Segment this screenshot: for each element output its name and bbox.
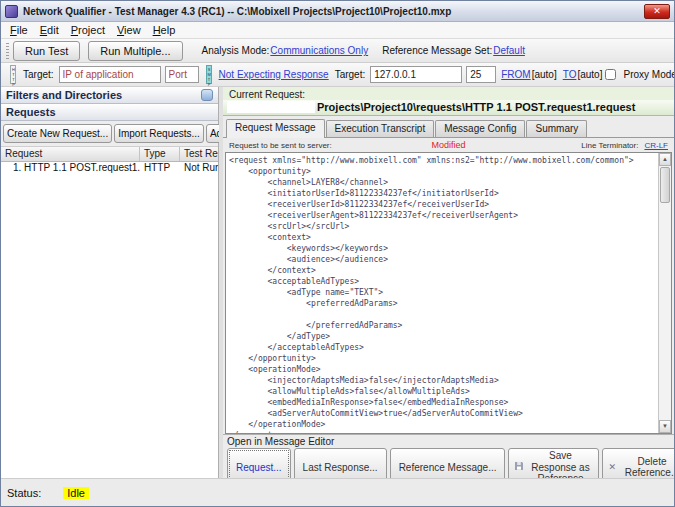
smtp-protocol-badge: SMTP (206, 65, 212, 84)
modified-status: Modified (431, 140, 465, 150)
current-request-panel: Current Request: Projects\Project10\requ… (223, 87, 674, 478)
smtp-port-input[interactable] (466, 66, 496, 83)
column-test-result[interactable]: Test Re... (180, 147, 218, 161)
save-icon (514, 461, 524, 473)
smtp-target-label: Target: (335, 69, 366, 80)
title-bar: Network Qualifier - Test Manager 4.3 (RC… (1, 1, 674, 22)
redacted-patch (227, 101, 315, 113)
proxy-mode-label: Proxy Mode (623, 69, 675, 80)
not-expecting-response-link[interactable]: Not Expecting Response (219, 69, 329, 80)
http-protocol-badge: HTTP (10, 65, 16, 84)
menu-bar: File Edit Project View Help (1, 22, 674, 39)
tab-request-message[interactable]: Request Message (226, 119, 325, 138)
target-toolbar: HTTP Target: SMTP Not Expecting Response… (1, 63, 674, 87)
app-window: Network Qualifier - Test Manager 4.3 (RC… (0, 0, 675, 507)
open-in-message-editor-title: Open in Message Editor (227, 436, 670, 447)
analysis-mode-link[interactable]: Communications Only (270, 45, 368, 56)
open-in-message-editor-panel: Open in Message Editor Request... Last R… (223, 434, 674, 478)
requests-header: Requests (1, 104, 218, 121)
request-xml-textarea[interactable]: <request xmlns="http://www.mobixell.com"… (226, 153, 658, 433)
status-bar: Status: Idle (1, 478, 674, 506)
filters-directories-header: Filters and Directories (1, 87, 218, 104)
status-value: Idle (63, 487, 89, 499)
http-target-label: Target: (23, 69, 54, 80)
request-name-cell: 1. HTTP 1.1 POST.request1.request (1, 162, 140, 176)
from-link[interactable]: FROM (501, 69, 530, 80)
menu-help[interactable]: Help (147, 23, 182, 37)
tab-summary[interactable]: Summary (526, 120, 587, 137)
scroll-down-icon[interactable]: ▼ (659, 420, 671, 433)
current-request-label: Current Request: (223, 87, 674, 100)
proxy-mode-checkbox[interactable] (605, 69, 616, 80)
to-auto-label: [auto] (577, 69, 602, 80)
request-subheader: Request to be sent to server: Modified L… (223, 138, 674, 151)
menu-file[interactable]: File (4, 23, 34, 37)
menu-project[interactable]: Project (65, 23, 111, 37)
create-new-request-button[interactable]: Create New Request... (3, 124, 112, 143)
requests-table-body: 1. HTTP 1.1 POST.request1.request HTTP N… (1, 162, 218, 478)
analysis-mode-label: Analysis Mode: (202, 45, 270, 56)
current-request-path-bar: Projects\Project10\requests\HTTP 1.1 POS… (223, 100, 674, 116)
filters-directories-title: Filters and Directories (6, 89, 122, 101)
tab-execution-transcript[interactable]: Execution Transcript (326, 120, 435, 137)
toolbar-grip[interactable] (6, 43, 9, 59)
import-requests-button[interactable]: Import Requests... (114, 124, 204, 143)
panel-collapse-icon[interactable] (201, 89, 213, 101)
reference-set-link[interactable]: Default (493, 45, 525, 56)
requests-table-header: Request Type Test Re... (1, 147, 218, 162)
close-icon[interactable]: ✕ (644, 4, 670, 19)
app-icon (5, 5, 18, 18)
tab-message-config[interactable]: Message Config (435, 120, 525, 137)
column-type[interactable]: Type (140, 147, 180, 161)
filters-directories-panel: Filters and Directories Requests Create … (1, 87, 219, 478)
main-toolbar: Run Test Run Multiple... Analysis Mode: … (1, 39, 674, 63)
menu-view[interactable]: View (111, 23, 147, 37)
reference-set-label: Reference Message Set: (382, 45, 492, 56)
delete-icon: ✕ (608, 462, 616, 472)
requests-title: Requests (6, 106, 56, 118)
editor-scrollbar[interactable]: ▲ ▼ (658, 153, 671, 433)
current-request-path: Projects\Project10\requests\HTTP 1.1 POS… (317, 101, 635, 113)
run-test-button[interactable]: Run Test (13, 41, 80, 61)
window-title: Network Qualifier - Test Manager 4.3 (RC… (23, 6, 644, 17)
request-test-result-cell: Not Run (180, 162, 218, 176)
to-link[interactable]: TO (563, 69, 577, 80)
menu-edit[interactable]: Edit (34, 23, 65, 37)
to-server-label: Request to be sent to server: (229, 141, 431, 150)
request-message-tab-content: Request to be sent to server: Modified L… (223, 137, 674, 478)
request-editor: <request xmlns="http://www.mobixell.com"… (225, 152, 672, 434)
from-auto-label: [auto] (532, 69, 557, 80)
http-port-input[interactable] (165, 66, 199, 83)
status-label: Status: (7, 487, 41, 499)
scroll-thumb[interactable] (660, 167, 670, 203)
line-terminator-link[interactable]: CR-LF (644, 141, 668, 150)
smtp-host-input[interactable] (370, 66, 462, 83)
column-request[interactable]: Request (1, 147, 140, 161)
http-ip-input[interactable] (59, 66, 161, 83)
scroll-up-icon[interactable]: ▲ (659, 153, 671, 166)
message-tabs: Request Message Execution Transcript Mes… (223, 116, 674, 137)
request-actions: Create New Request... Import Requests...… (1, 121, 218, 147)
line-terminator-label: Line Terminator: (581, 141, 638, 150)
request-type-cell: HTTP (140, 162, 180, 176)
table-row[interactable]: 1. HTTP 1.1 POST.request1.request HTTP N… (1, 162, 218, 176)
main-area: Filters and Directories Requests Create … (1, 87, 674, 478)
run-multiple-button[interactable]: Run Multiple... (88, 41, 182, 61)
